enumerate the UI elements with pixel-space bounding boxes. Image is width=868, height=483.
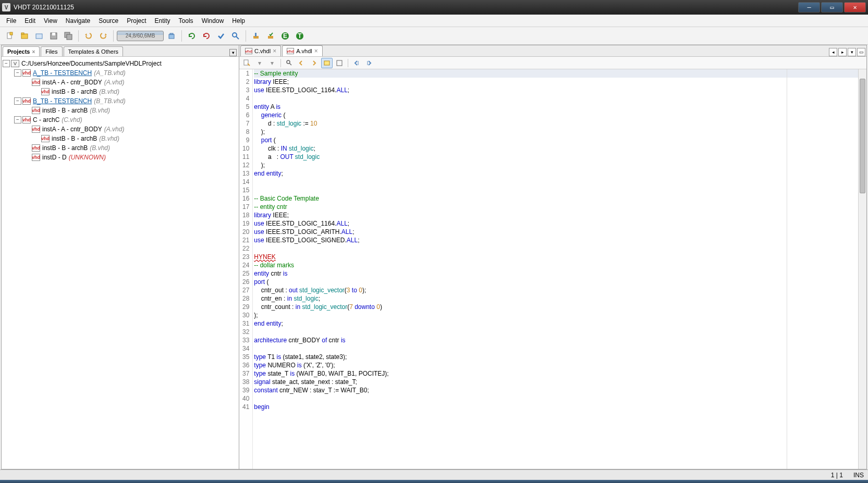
scroll-thumb[interactable] bbox=[860, 79, 865, 193]
maximize-button[interactable]: ▭ bbox=[821, 2, 843, 13]
new-file-button[interactable] bbox=[3, 29, 17, 43]
code-line[interactable]: -- dollar marks bbox=[254, 261, 858, 269]
code-line[interactable]: port ( bbox=[254, 278, 858, 286]
nav-back-button[interactable]: ▾ bbox=[254, 58, 265, 68]
code-line[interactable]: use IEEE.STD_LOGIC_SIGNED.ALL; bbox=[254, 236, 858, 244]
tree-item[interactable]: vhdinstA - A - cntr_BODY(A.vhd) bbox=[3, 78, 238, 87]
panel-tab-templates-others[interactable]: Templates & Others bbox=[64, 46, 124, 56]
tab-scroll-right-icon[interactable]: ▸ bbox=[838, 48, 847, 56]
code-line[interactable] bbox=[254, 328, 858, 336]
code-line[interactable]: end entity; bbox=[254, 319, 858, 328]
menu-view[interactable]: View bbox=[40, 16, 62, 26]
code-line[interactable]: entity A is bbox=[254, 103, 858, 111]
close-icon[interactable]: × bbox=[273, 47, 276, 55]
minimize-button[interactable]: — bbox=[798, 2, 820, 13]
tree-item[interactable]: vhdinstD - D(UNKNOWN) bbox=[3, 153, 238, 162]
editor-tab-c-vhdl[interactable]: vhdC.vhdl× bbox=[240, 45, 281, 56]
code-line[interactable]: -- Basic Code Template bbox=[254, 194, 858, 203]
code-line[interactable]: generic ( bbox=[254, 111, 858, 119]
clean-button[interactable] bbox=[249, 29, 263, 43]
toggle-highlight-button[interactable] bbox=[321, 58, 333, 68]
code-line[interactable]: use IEEE.STD_LOGIC_ARITH.ALL; bbox=[254, 228, 858, 236]
search-button[interactable] bbox=[229, 29, 242, 43]
panel-tab-projects[interactable]: Projects× bbox=[3, 46, 40, 56]
gc-button[interactable] bbox=[165, 29, 178, 43]
last-edit-button[interactable] bbox=[241, 58, 253, 68]
build-check-button[interactable] bbox=[264, 29, 277, 43]
menu-edit[interactable]: Edit bbox=[20, 16, 40, 26]
close-icon[interactable]: × bbox=[32, 49, 35, 55]
tree-item[interactable]: vhdinstB - B - archB(B.vhd) bbox=[3, 87, 238, 96]
code-line[interactable]: library IEEE; bbox=[254, 78, 858, 86]
tree-item[interactable]: vhdinstB - B - archB(B.vhd) bbox=[3, 143, 238, 153]
menu-entity[interactable]: Entity bbox=[151, 16, 175, 26]
entity-t-button[interactable]: T bbox=[293, 29, 307, 43]
menu-project[interactable]: Project bbox=[123, 16, 150, 26]
close-button[interactable]: ✕ bbox=[844, 2, 866, 13]
code-line[interactable]: port ( bbox=[254, 136, 858, 144]
menu-source[interactable]: Source bbox=[94, 16, 123, 26]
code-line[interactable]: library IEEE; bbox=[254, 211, 858, 219]
memory-indicator[interactable]: 24,8/60,6MB bbox=[117, 31, 164, 41]
nav-fwd-button[interactable]: ▾ bbox=[266, 58, 278, 68]
code-line[interactable]: cntr_en : in std_logic; bbox=[254, 294, 858, 303]
tree-root[interactable]: −VC:/Users/Honzee/Documents/SampleVHDLPr… bbox=[3, 59, 238, 68]
save-button[interactable] bbox=[47, 29, 60, 43]
entity-e-button[interactable]: E bbox=[278, 29, 292, 43]
tree-item[interactable]: −vhdC - archC(C.vhd) bbox=[3, 115, 238, 125]
tab-list-icon[interactable]: ▾ bbox=[848, 48, 856, 56]
code-line[interactable]: ); bbox=[254, 311, 858, 319]
redo-button[interactable] bbox=[96, 29, 110, 43]
menu-navigate[interactable]: Navigate bbox=[62, 16, 94, 26]
panel-dropdown-icon[interactable]: ▾ bbox=[229, 49, 237, 56]
tree-item[interactable]: −vhdA_TB - TESTBENCH(A_TB.vhd) bbox=[3, 68, 238, 78]
expander-icon[interactable]: − bbox=[14, 69, 21, 77]
code-line[interactable]: architecture cntr_BODY of cntr is bbox=[254, 336, 858, 344]
expander-icon[interactable]: − bbox=[14, 116, 21, 123]
find-next-button[interactable] bbox=[309, 58, 320, 68]
expander-icon[interactable]: − bbox=[3, 60, 10, 67]
editor-tab-a-vhdl[interactable]: vhdA.vhdl× bbox=[282, 45, 323, 56]
code-line[interactable]: begin bbox=[254, 403, 858, 411]
shift-right-button[interactable] bbox=[363, 58, 375, 68]
tab-maximize-icon[interactable]: ▭ bbox=[857, 48, 865, 56]
code-line[interactable] bbox=[254, 94, 858, 103]
code-line[interactable]: -- Sample entity bbox=[254, 69, 858, 78]
close-icon[interactable]: × bbox=[314, 47, 318, 55]
open-project-button[interactable] bbox=[32, 29, 46, 43]
code-line[interactable] bbox=[254, 344, 858, 353]
code-line[interactable]: use IEEE.STD_LOGIC_1164.ALL; bbox=[254, 219, 858, 228]
code-line[interactable]: use IEEE.STD_LOGIC_1164.ALL; bbox=[254, 86, 858, 94]
code-line[interactable]: end entity; bbox=[254, 169, 858, 178]
tree-item[interactable]: vhdinstA - A - cntr_BODY(A.vhd) bbox=[3, 125, 238, 134]
bookmark-button[interactable] bbox=[334, 58, 345, 68]
check-button[interactable] bbox=[214, 29, 228, 43]
code-lines[interactable]: -- Sample entitylibrary IEEE;use IEEE.ST… bbox=[253, 69, 858, 469]
tree-item[interactable]: −vhdB_TB - TESTBENCH(B_TB.vhd) bbox=[3, 96, 238, 106]
code-line[interactable]: ); bbox=[254, 161, 858, 169]
code-line[interactable]: type T1 is (state1, state2, state3); bbox=[254, 353, 858, 361]
code-line[interactable]: constant cntr_NEW : stav_T := WAIT_B0; bbox=[254, 386, 858, 394]
code-line[interactable] bbox=[254, 244, 858, 253]
code-line[interactable]: type state_T is (WAIT_B0, WAIT_B1, POCIT… bbox=[254, 369, 858, 378]
tree-item[interactable]: vhdinstB - B - archB(B.vhd) bbox=[3, 134, 238, 143]
panel-tab-files[interactable]: Files bbox=[41, 46, 62, 56]
new-project-button[interactable] bbox=[18, 29, 31, 43]
save-all-button[interactable] bbox=[62, 29, 75, 43]
code-line[interactable]: entity cntr is bbox=[254, 269, 858, 278]
reload-button[interactable] bbox=[200, 29, 213, 43]
find-selection-button[interactable] bbox=[284, 58, 295, 68]
code-line[interactable] bbox=[254, 178, 858, 186]
refresh-button[interactable] bbox=[185, 29, 199, 43]
undo-button[interactable] bbox=[82, 29, 95, 43]
window-resize-bar[interactable] bbox=[0, 480, 868, 483]
code-line[interactable]: type NUMERO is ('X', 'Z', '0'); bbox=[254, 361, 858, 369]
code-line[interactable]: signal state_act, state_next : state_T; bbox=[254, 378, 858, 386]
code-line[interactable]: cntr_out : out std_logic_vector(3 to 0); bbox=[254, 286, 858, 294]
menu-tools[interactable]: Tools bbox=[175, 16, 198, 26]
menu-help[interactable]: Help bbox=[228, 16, 249, 26]
code-line[interactable]: a : OUT std_logic bbox=[254, 153, 858, 161]
tree-item[interactable]: vhdinstB - B - archB(B.vhd) bbox=[3, 106, 238, 115]
vertical-scrollbar[interactable] bbox=[858, 69, 866, 469]
find-prev-button[interactable] bbox=[296, 58, 308, 68]
